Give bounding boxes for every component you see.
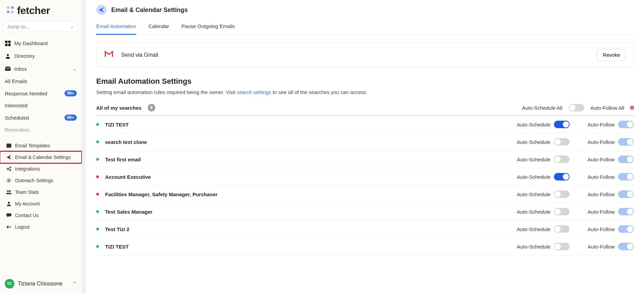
status-dot-icon	[96, 175, 99, 178]
svg-rect-4	[5, 41, 8, 43]
sidebar-item-email-templates[interactable]: Email Templates	[0, 140, 82, 151]
search-name[interactable]: Facilities Manager, Safety Manager, Purc…	[105, 191, 217, 197]
search-name[interactable]: Test Sales Manager	[105, 209, 153, 215]
auto-follow-toggle[interactable]	[618, 208, 634, 215]
search-row: TIZI TESTAuto-ScheduleAuto-Follow	[96, 238, 634, 255]
section-title: Email Automation Settings	[96, 77, 634, 86]
tab-email-automation[interactable]: Email Automation	[96, 18, 136, 35]
sidebar-item-directory[interactable]: Directory	[1, 50, 81, 62]
search-name[interactable]: TIZI TEST	[105, 244, 129, 250]
svg-point-3	[11, 11, 14, 13]
sidebar-item-scheduled[interactable]: Scheduled 99+	[1, 111, 81, 124]
auto-follow-toggle[interactable]	[618, 190, 634, 198]
sidebar-item-label: Interested	[5, 103, 28, 108]
tab-calendar[interactable]: Calendar	[148, 18, 169, 35]
sidebar-item-label: My Account	[15, 201, 40, 206]
chevron-down-icon: ⌄	[72, 66, 77, 72]
sidebar-item-contact-us[interactable]: Contact Us	[0, 210, 82, 221]
svg-point-11	[7, 168, 8, 170]
auto-follow-label: Auto-Follow	[588, 174, 615, 180]
sidebar-item-interested[interactable]: Interested	[1, 99, 81, 111]
auto-follow-toggle[interactable]	[618, 243, 634, 250]
auto-schedule-all-label: Auto-Schedule All	[522, 105, 562, 111]
sidebar-item-email-calendar-settings[interactable]: Email & Calendar Settings	[0, 151, 82, 163]
auto-schedule-toggle[interactable]	[554, 138, 570, 146]
auto-schedule-label: Auto-Schedule	[517, 209, 550, 215]
sidebar-item-label: All Emails	[5, 78, 27, 84]
auto-follow-toggle[interactable]	[618, 156, 634, 163]
svg-rect-6	[5, 44, 8, 46]
search-row: search test cloneAuto-ScheduleAuto-Follo…	[96, 133, 634, 151]
status-dot-icon	[96, 158, 99, 161]
auto-follow-toggle[interactable]	[618, 225, 634, 233]
svg-point-1	[11, 6, 14, 9]
svg-point-8	[7, 54, 9, 56]
brand-icon	[5, 5, 15, 16]
search-row: Test first emailAuto-ScheduleAuto-Follow	[96, 151, 634, 168]
auto-follow-toggle[interactable]	[618, 121, 634, 128]
arrow-left-icon	[6, 225, 12, 229]
chevron-up-icon: ⌃	[72, 281, 77, 287]
auto-schedule-toggle[interactable]	[554, 173, 570, 181]
auto-follow-toggle[interactable]	[618, 173, 634, 181]
card-icon	[6, 144, 12, 148]
search-row: Facilities Manager, Safety Manager, Purc…	[96, 186, 634, 203]
auto-schedule-label: Auto-Schedule	[517, 226, 550, 232]
sidebar-item-dashboard[interactable]: My Dashboard	[1, 37, 81, 50]
search-name[interactable]: Test Tizi 2	[105, 226, 129, 232]
search-settings-link[interactable]: search settings	[237, 89, 271, 95]
tabs: Email Automation Calendar Pause Outgoing…	[96, 18, 634, 35]
auto-schedule-toggle[interactable]	[554, 225, 570, 233]
svg-point-2	[7, 11, 10, 13]
dashboard-icon	[5, 41, 11, 46]
search-name[interactable]: search test clone	[105, 139, 147, 145]
sidebar-item-response-needed[interactable]: Response Needed 99+	[1, 87, 81, 99]
sidebar-scrollbar[interactable]	[82, 0, 86, 294]
auto-follow-label: Auto-Follow	[588, 191, 615, 197]
sidebar-item-reminders[interactable]: Reminders	[1, 124, 81, 136]
revoke-button[interactable]: Revoke	[597, 49, 626, 61]
auto-schedule-toggle[interactable]	[554, 190, 570, 198]
sidebar-item-label: My Dashboard	[14, 40, 48, 46]
auto-schedule-toggle[interactable]	[554, 156, 570, 163]
sidebar-item-label: Team Stats	[15, 189, 39, 195]
user-menu[interactable]: TC Tiziana Chiossone ⌃	[0, 275, 82, 294]
auto-schedule-toggle[interactable]	[554, 121, 570, 128]
search-list: TIZI TESTAuto-ScheduleAuto-Followsearch …	[96, 116, 634, 255]
auto-follow-toggle[interactable]	[618, 138, 634, 146]
person-icon	[5, 53, 11, 59]
jump-to-input[interactable]: Jump to... ⌄	[3, 21, 78, 32]
all-searches-label: All of my searches	[96, 105, 142, 111]
auto-schedule-all-toggle[interactable]	[569, 104, 584, 111]
tab-pause-outgoing[interactable]: Pause Outgoing Emails	[182, 18, 235, 35]
sidebar-item-logout[interactable]: Logout	[0, 221, 82, 233]
sidebar-item-team-stats[interactable]: Team Stats	[0, 186, 82, 198]
search-name[interactable]: TIZI TEST	[105, 122, 129, 128]
sidebar-item-outreach-settings[interactable]: Outreach Settings	[0, 175, 82, 186]
sidebar-item-inbox[interactable]: Inbox ⌄	[1, 62, 81, 75]
sidebar-item-label: Response Needed	[5, 91, 47, 96]
sidebar-item-all-emails[interactable]: All Emails	[1, 75, 81, 87]
auto-schedule-toggle[interactable]	[554, 208, 570, 215]
status-dot-icon	[96, 210, 99, 213]
sidebar-item-integrations[interactable]: Integrations	[0, 163, 82, 175]
auto-follow-label: Auto-Follow	[588, 157, 615, 162]
auto-schedule-toggle[interactable]	[554, 243, 570, 250]
search-name[interactable]: Account Executive	[105, 174, 151, 180]
auto-schedule-label: Auto-Schedule	[517, 157, 550, 162]
auto-follow-label: Auto-Follow	[588, 139, 615, 145]
search-row: Account ExecutiveAuto-ScheduleAuto-Follo…	[96, 168, 634, 186]
status-dot-icon	[96, 123, 99, 126]
search-row: TIZI TESTAuto-ScheduleAuto-Follow	[96, 116, 634, 133]
svg-rect-10	[6, 144, 11, 148]
svg-point-12	[10, 167, 11, 168]
svg-point-15	[7, 190, 9, 192]
search-row: Test Sales ManagerAuto-ScheduleAuto-Foll…	[96, 203, 634, 220]
status-dot-icon	[96, 141, 99, 143]
avatar: TC	[5, 279, 14, 289]
status-dot-icon	[96, 245, 99, 248]
svg-rect-18	[6, 213, 11, 216]
brand-logo[interactable]: fetcher	[3, 5, 78, 21]
sidebar-item-my-account[interactable]: My Account	[0, 198, 82, 210]
search-name[interactable]: Test first email	[105, 157, 141, 162]
